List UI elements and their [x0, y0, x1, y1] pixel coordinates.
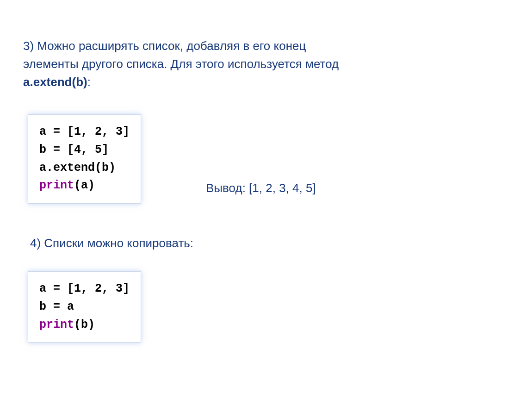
- code-block-2: a = [1, 2, 3] b = a print(b): [28, 271, 141, 343]
- section-3-line1: 3) Можно расширять список, добавляя в ег…: [23, 39, 306, 53]
- code1-line4: print(a): [39, 177, 130, 195]
- output-1: Вывод: [1, 2, 3, 4, 5]: [206, 181, 316, 204]
- code1-line4-rest: (a): [74, 179, 95, 192]
- output-label: Вывод:: [206, 181, 249, 195]
- code2-line3-rest: (b): [74, 318, 95, 331]
- code1-line3: a.extend(b): [39, 159, 130, 177]
- section-3-text: 3) Можно расширять список, добавляя в ег…: [23, 37, 513, 91]
- method-name-bold: a.extend(b): [23, 75, 87, 89]
- colon: :: [87, 75, 91, 89]
- code2-line1: a = [1, 2, 3]: [39, 280, 130, 298]
- output-value: [1, 2, 3, 4, 5]: [249, 181, 316, 195]
- code1-line1: a = [1, 2, 3]: [39, 123, 130, 141]
- section-4-text: 4) Списки можно копировать:: [30, 236, 513, 250]
- code2-line2: b = a: [39, 298, 130, 316]
- code-output-row: a = [1, 2, 3] b = [4, 5] a.extend(b) pri…: [23, 114, 513, 204]
- print-keyword-1: print: [39, 179, 74, 192]
- section-3-line2: элементы другого списка. Для этого испол…: [23, 57, 339, 71]
- print-keyword-2: print: [39, 318, 74, 331]
- code2-line3: print(b): [39, 316, 130, 334]
- code1-line2: b = [4, 5]: [39, 141, 130, 159]
- code-block-1: a = [1, 2, 3] b = [4, 5] a.extend(b) pri…: [28, 114, 141, 204]
